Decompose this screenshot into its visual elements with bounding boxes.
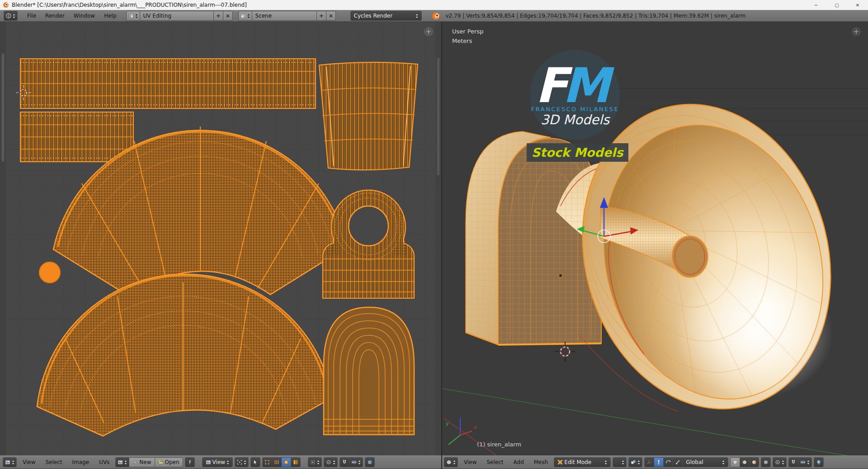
edit-mode-icon	[557, 460, 563, 465]
menu-help[interactable]: Help	[100, 10, 120, 21]
scene-add-button[interactable]	[316, 11, 326, 21]
v3d-proportional-edit-select[interactable]	[773, 457, 787, 467]
chevron-updown-icon	[453, 459, 456, 466]
island-select-icon	[293, 460, 298, 465]
image-datablock-group: New Open	[115, 457, 183, 467]
window-controls: ─ ▢ ✕	[806, 0, 868, 10]
image-new-button[interactable]: New	[129, 457, 155, 467]
chevron-updown-icon	[317, 459, 320, 466]
uv-sync-selection-toggle[interactable]	[250, 457, 260, 467]
viewport-shading-select[interactable]	[613, 457, 627, 467]
uv-select-face-button[interactable]	[281, 457, 291, 467]
snap-element-select[interactable]	[349, 457, 363, 467]
vertex-mode-button[interactable]	[730, 457, 740, 467]
rotate-manipulator-button[interactable]	[663, 457, 673, 467]
menu-window[interactable]: Window	[70, 10, 99, 21]
uv-island-strip-long[interactable]	[20, 59, 316, 108]
scene-name-field[interactable]: Scene	[252, 11, 317, 21]
editor-type-info-button[interactable]	[4, 11, 18, 21]
proportional-edit-select[interactable]	[324, 457, 338, 467]
uv-menu-image[interactable]: Image	[68, 457, 94, 468]
sticky-icon	[310, 460, 316, 465]
scene-delete-button[interactable]	[326, 11, 336, 21]
pivot-center-icon	[631, 460, 636, 465]
uv-island-strip-short[interactable]	[20, 112, 133, 162]
v3d-menu-add[interactable]: Add	[509, 457, 528, 468]
uv-island-arch[interactable]	[324, 307, 414, 435]
vertex-select-icon	[264, 460, 270, 465]
magnet-icon	[791, 460, 796, 465]
close-x-icon	[225, 13, 231, 19]
chevron-updown-icon	[807, 459, 810, 466]
render-engine-select[interactable]: Cycles Render	[350, 11, 422, 21]
axis-icon	[646, 460, 652, 465]
uv-global-coords-button[interactable]	[365, 457, 375, 467]
scene-browse-button[interactable]	[238, 11, 252, 21]
uv-editor-header: View Select Image UVs New Open View	[0, 455, 441, 469]
editor-type-image-button[interactable]	[3, 457, 17, 467]
menu-file[interactable]: File	[23, 10, 40, 21]
uv-select-island-button[interactable]	[291, 457, 301, 467]
uv-menu-uvs[interactable]: UVs	[95, 457, 113, 468]
chevron-updown-icon	[637, 459, 640, 466]
uv-island-circle[interactable]	[39, 262, 60, 283]
window-title: Blender* [C:\Users\franc\Desktop\siren_a…	[12, 2, 247, 8]
image-editor-icon	[5, 460, 10, 465]
face-mode-button[interactable]	[749, 457, 759, 467]
plus-icon	[319, 13, 324, 19]
uv-snap-group	[340, 457, 363, 467]
uv-menu-select[interactable]: Select	[41, 457, 66, 468]
cube-edge-icon	[742, 460, 747, 465]
minimize-button[interactable]: ─	[806, 0, 826, 10]
image-icon	[118, 460, 123, 465]
edge-mode-button[interactable]	[740, 457, 750, 467]
watermark-name: FRANCESCO MILANESE	[531, 106, 619, 113]
chevron-updown-icon	[244, 459, 246, 466]
close-button[interactable]: ✕	[847, 0, 868, 10]
v3d-snap-group	[788, 457, 812, 467]
opengl-render-button[interactable]	[814, 457, 824, 467]
image-open-button[interactable]: Open	[155, 457, 183, 467]
v3d-menu-mesh[interactable]: Mesh	[530, 457, 552, 468]
viewport-expand-region-icon[interactable]	[852, 28, 860, 36]
maximize-button[interactable]: ▢	[826, 0, 847, 10]
menu-render[interactable]: Render	[41, 10, 69, 21]
image-browse-button[interactable]	[115, 457, 129, 467]
layout-browse-button[interactable]	[126, 11, 140, 21]
uv-select-vertex-button[interactable]	[262, 457, 272, 467]
image-mode-select[interactable]: View	[202, 457, 233, 467]
interaction-mode-select[interactable]: Edit Mode	[554, 457, 611, 467]
model-bracket[interactable]	[466, 131, 601, 345]
snap-toggle[interactable]	[340, 457, 349, 467]
viewport-canvas[interactable]: F M FRANCESCO MILANESE 3D Models Stock M…	[442, 22, 868, 455]
orientation-select[interactable]: Global	[682, 457, 728, 467]
pivot-center-select[interactable]	[628, 457, 642, 467]
uv-expand-region-icon[interactable]	[425, 28, 433, 36]
uv-island-trapezoid[interactable]	[319, 62, 418, 170]
chevron-updown-icon	[722, 459, 725, 466]
pivot-point-select[interactable]	[235, 457, 249, 467]
sticky-selection-select[interactable]	[308, 457, 322, 467]
pin-image-button[interactable]	[185, 457, 195, 467]
uv-select-edge-button[interactable]	[272, 457, 282, 467]
cursor-icon	[253, 460, 258, 465]
scale-manipulator-button[interactable]	[673, 457, 683, 467]
layout-delete-button[interactable]	[223, 11, 233, 21]
editor-type-3dview-button[interactable]	[444, 457, 458, 467]
v3d-menu-view[interactable]: View	[460, 457, 481, 468]
uv-menu-view[interactable]: View	[19, 457, 39, 468]
v3d-snap-element-select[interactable]	[798, 457, 812, 467]
watermark-sub: 3D Models	[541, 112, 610, 127]
proportional-icon	[775, 460, 780, 465]
layout-add-button[interactable]	[213, 11, 223, 21]
occlude-geometry-toggle[interactable]	[761, 457, 771, 467]
manipulator-toggle[interactable]	[644, 457, 654, 467]
layout-name-field[interactable]: UV Editing	[140, 11, 214, 21]
proportional-icon	[326, 460, 331, 465]
uv-canvas[interactable]	[0, 22, 441, 455]
v3d-menu-select[interactable]: Select	[482, 457, 507, 468]
edge-select-icon	[274, 460, 279, 465]
v3d-snap-toggle[interactable]	[788, 457, 798, 467]
editor-splitter[interactable]	[441, 22, 442, 469]
translate-manipulator-button[interactable]	[654, 457, 664, 467]
